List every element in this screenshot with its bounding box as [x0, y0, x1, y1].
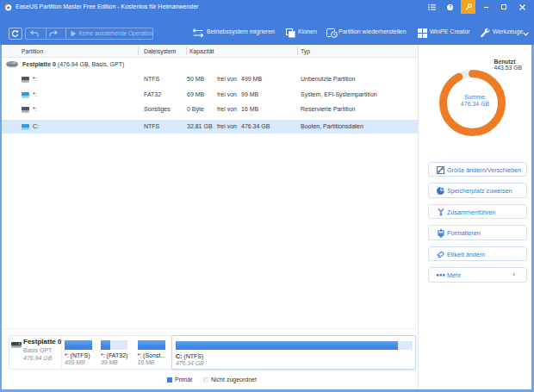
svg-text:?: ? [448, 4, 450, 9]
